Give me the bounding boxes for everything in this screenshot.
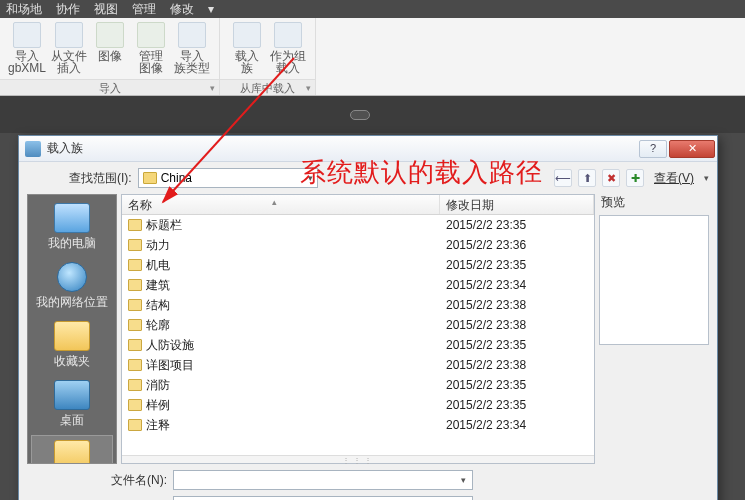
- file-date: 2015/2/2 23:34: [440, 418, 594, 432]
- delete-button[interactable]: ✖: [602, 169, 620, 187]
- file-date: 2015/2/2 23:35: [440, 218, 594, 232]
- chevron-down-icon[interactable]: ▾: [461, 475, 466, 485]
- folder-icon: [128, 259, 142, 271]
- file-date: 2015/2/2 23:38: [440, 298, 594, 312]
- manage-images-button[interactable]: 管理图像: [131, 20, 172, 79]
- insert-from-file-button[interactable]: 从文件插入: [48, 20, 89, 79]
- file-row[interactable]: 动力2015/2/2 23:36: [122, 235, 594, 255]
- file-date: 2015/2/2 23:36: [440, 238, 594, 252]
- file-list-header[interactable]: 名称 修改日期: [122, 195, 594, 215]
- file-name: 动力: [146, 237, 170, 254]
- file-row[interactable]: 标题栏2015/2/2 23:35: [122, 215, 594, 235]
- file-date: 2015/2/2 23:38: [440, 358, 594, 372]
- filename-label: 文件名(N):: [71, 472, 167, 489]
- nav-back-button[interactable]: ⟵: [554, 169, 572, 187]
- place-item[interactable]: 我的网络位置: [31, 258, 113, 315]
- menu-dropdown-icon[interactable]: ▾: [208, 2, 214, 16]
- file-row[interactable]: 注释2015/2/2 23:34: [122, 415, 594, 435]
- ribbon: 导入gbXML 从文件插入 图像 管理图像 导入族类型 导入 载入族 作为组载入…: [0, 18, 745, 96]
- ribbon-group-import: 导入gbXML 从文件插入 图像 管理图像 导入族类型 导入: [0, 18, 220, 95]
- place-label: 我的电脑: [48, 235, 96, 252]
- dialog-title: 载入族: [47, 140, 639, 157]
- load-family-dialog: 载入族 ? ✕ 查找范围(I): China ▾ ⟵ ⬆ ✖ ✚ 查看(V)▾ …: [18, 135, 718, 500]
- places-bar: 我的电脑我的网络位置收藏夹桌面Metric Li…Metric De…: [27, 194, 117, 464]
- file-date: 2015/2/2 23:34: [440, 278, 594, 292]
- folder-icon: [128, 419, 142, 431]
- place-item[interactable]: 我的电脑: [31, 199, 113, 256]
- menu-item[interactable]: 协作: [56, 1, 80, 18]
- place-item[interactable]: Metric Li…: [31, 435, 113, 464]
- file-name: 机电: [146, 257, 170, 274]
- menu-item[interactable]: 视图: [94, 1, 118, 18]
- close-button[interactable]: ✕: [669, 140, 715, 158]
- app-icon: [25, 141, 41, 157]
- folder-icon: [128, 399, 142, 411]
- column-name[interactable]: 名称: [122, 195, 440, 214]
- menu-item[interactable]: 修改: [170, 1, 194, 18]
- place-label: 收藏夹: [54, 353, 90, 370]
- lookin-value: China: [161, 171, 192, 185]
- folder-icon: [128, 239, 142, 251]
- file-row[interactable]: 轮廓2015/2/2 23:38: [122, 315, 594, 335]
- file-date: 2015/2/2 23:35: [440, 378, 594, 392]
- preview-label: 预览: [601, 194, 709, 211]
- file-date: 2015/2/2 23:35: [440, 398, 594, 412]
- place-item[interactable]: 收藏夹: [31, 317, 113, 374]
- ribbon-group-label: 导入: [0, 79, 219, 95]
- preview-pane: 预览: [599, 194, 709, 464]
- load-family-button[interactable]: 载入族: [226, 20, 268, 79]
- file-name: 结构: [146, 297, 170, 314]
- filetype-combo[interactable]: 所有受支持的文件 (*.rfa, *.adsk) ▾: [173, 496, 473, 500]
- chevron-down-icon: ▾: [308, 173, 313, 183]
- resize-grip[interactable]: ⋮⋮⋮: [122, 455, 594, 463]
- file-name: 注释: [146, 417, 170, 434]
- place-icon: [54, 440, 90, 464]
- preview-box: [599, 215, 709, 345]
- place-item[interactable]: 桌面: [31, 376, 113, 433]
- place-icon: [54, 203, 90, 233]
- ribbon-group-load-from-library: 载入族 作为组载入 从库中载入: [220, 18, 316, 95]
- view-menu[interactable]: 查看(V): [650, 170, 698, 187]
- file-name: 标题栏: [146, 217, 182, 234]
- place-label: 桌面: [60, 412, 84, 429]
- place-label: 我的网络位置: [36, 294, 108, 311]
- import-gbxml-button[interactable]: 导入gbXML: [6, 20, 48, 79]
- load-as-group-button[interactable]: 作为组载入: [268, 20, 310, 79]
- file-list[interactable]: 名称 修改日期 标题栏2015/2/2 23:35动力2015/2/2 23:3…: [121, 194, 595, 464]
- file-row[interactable]: 机电2015/2/2 23:35: [122, 255, 594, 275]
- lookin-label: 查找范围(I):: [69, 170, 132, 187]
- place-icon: [54, 321, 90, 351]
- file-row[interactable]: 消防2015/2/2 23:35: [122, 375, 594, 395]
- folder-icon: [128, 299, 142, 311]
- ribbon-group-label: 从库中载入: [220, 79, 315, 95]
- file-date: 2015/2/2 23:35: [440, 258, 594, 272]
- panel-handle-icon[interactable]: [350, 110, 370, 120]
- file-name: 样例: [146, 397, 170, 414]
- dialog-titlebar: 载入族 ? ✕: [19, 136, 717, 162]
- menu-item[interactable]: 和场地: [6, 1, 42, 18]
- file-name: 建筑: [146, 277, 170, 294]
- import-family-types-button[interactable]: 导入族类型: [172, 20, 213, 79]
- folder-icon: [128, 359, 142, 371]
- nav-up-button[interactable]: ⬆: [578, 169, 596, 187]
- file-date: 2015/2/2 23:35: [440, 338, 594, 352]
- file-name: 人防设施: [146, 337, 194, 354]
- file-row[interactable]: 人防设施2015/2/2 23:35: [122, 335, 594, 355]
- folder-icon: [128, 279, 142, 291]
- folder-icon: [128, 379, 142, 391]
- viewport-area: [0, 96, 745, 133]
- folder-icon: [128, 319, 142, 331]
- menu-item[interactable]: 管理: [132, 1, 156, 18]
- file-name: 消防: [146, 377, 170, 394]
- column-date[interactable]: 修改日期: [440, 195, 594, 214]
- file-row[interactable]: 样例2015/2/2 23:35: [122, 395, 594, 415]
- file-row[interactable]: 建筑2015/2/2 23:34: [122, 275, 594, 295]
- filename-input[interactable]: [173, 470, 473, 490]
- help-button[interactable]: ?: [639, 140, 667, 158]
- new-folder-button[interactable]: ✚: [626, 169, 644, 187]
- file-row[interactable]: 结构2015/2/2 23:38: [122, 295, 594, 315]
- image-button[interactable]: 图像: [89, 20, 130, 79]
- folder-icon: [143, 172, 157, 184]
- lookin-combo[interactable]: China ▾: [138, 168, 318, 188]
- file-row[interactable]: 详图项目2015/2/2 23:38: [122, 355, 594, 375]
